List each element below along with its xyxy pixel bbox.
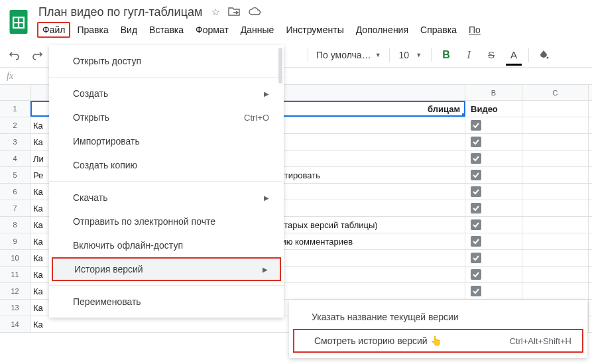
checkbox-icon[interactable] bbox=[471, 236, 481, 247]
menu-data[interactable]: Данные bbox=[235, 22, 280, 38]
menu-separator bbox=[49, 181, 284, 182]
submenu-arrow-icon: ▶ bbox=[263, 266, 268, 273]
menu-insert[interactable]: Вставка bbox=[144, 22, 189, 38]
cell[interactable] bbox=[522, 117, 589, 133]
checkbox-icon[interactable] bbox=[471, 219, 481, 230]
cell[interactable] bbox=[465, 250, 522, 266]
row-header[interactable]: 10 bbox=[0, 250, 30, 266]
menu-separator bbox=[49, 285, 284, 286]
row-header[interactable]: 14 bbox=[0, 316, 30, 332]
version-history-submenu: Указать название текущей версии Смотреть… bbox=[289, 300, 587, 358]
submenu-see-history[interactable]: Смотреть историю версий👆 Ctrl+Alt+Shift+… bbox=[293, 329, 583, 353]
font-family-select[interactable]: По умолча…▼ bbox=[314, 50, 384, 60]
column-header-c[interactable]: C bbox=[522, 85, 589, 100]
cell[interactable] bbox=[465, 200, 522, 216]
menu-help[interactable]: Справка bbox=[415, 22, 462, 38]
cell[interactable] bbox=[522, 101, 589, 117]
row-header[interactable]: 13 bbox=[0, 300, 30, 316]
cell[interactable] bbox=[522, 184, 589, 200]
cell[interactable] bbox=[522, 167, 589, 183]
cell[interactable] bbox=[465, 267, 522, 282]
file-menu-dropdown: Открыть доступ Создать▶ ОткрытьCtrl+O Им… bbox=[49, 45, 284, 318]
row-header[interactable]: 4 bbox=[0, 151, 30, 166]
checkbox-icon[interactable] bbox=[471, 286, 481, 296]
row-header[interactable]: 7 bbox=[0, 200, 30, 216]
row-header[interactable]: 6 bbox=[0, 184, 30, 200]
menu-email[interactable]: Отправить по электронной почте bbox=[49, 210, 284, 233]
row-header[interactable]: 11 bbox=[0, 267, 30, 282]
star-icon[interactable]: ☆ bbox=[211, 7, 220, 18]
submenu-arrow-icon: ▶ bbox=[264, 90, 269, 97]
submenu-name-version[interactable]: Указать название текущей версии bbox=[289, 305, 587, 329]
cell[interactable] bbox=[522, 250, 589, 266]
menu-open[interactable]: ОткрытьCtrl+O bbox=[49, 105, 284, 129]
menu-bar: Файл Правка Вид Вставка Формат Данные Ин… bbox=[34, 22, 486, 38]
row-header[interactable]: 5 bbox=[0, 167, 30, 183]
menu-view[interactable]: Вид bbox=[115, 22, 143, 38]
row-header[interactable]: 12 bbox=[0, 283, 30, 299]
row-header[interactable]: 2 bbox=[0, 117, 30, 133]
fill-color-button[interactable] bbox=[534, 46, 553, 64]
checkbox-icon[interactable] bbox=[471, 153, 481, 164]
checkbox-icon[interactable] bbox=[471, 253, 481, 263]
font-size-select[interactable]: 10▼ bbox=[395, 50, 426, 60]
doc-title[interactable]: План видео по гугл-таблицам bbox=[38, 5, 202, 19]
select-all-corner[interactable] bbox=[0, 85, 30, 100]
row-header[interactable]: 1 bbox=[0, 101, 30, 117]
menu-tools[interactable]: Инструменты bbox=[280, 22, 349, 38]
column-header-b[interactable]: B bbox=[465, 85, 522, 100]
menu-import[interactable]: Импортировать bbox=[49, 129, 284, 153]
cell[interactable] bbox=[465, 184, 522, 200]
checkbox-icon[interactable] bbox=[471, 120, 481, 131]
sheets-logo[interactable] bbox=[5, 4, 32, 40]
cell[interactable] bbox=[465, 283, 522, 299]
menu-last-edit[interactable]: По bbox=[463, 22, 486, 38]
cell[interactable] bbox=[522, 283, 589, 299]
cell[interactable] bbox=[522, 217, 589, 233]
checkbox-icon[interactable] bbox=[471, 203, 481, 213]
cell[interactable] bbox=[465, 217, 522, 233]
checkbox-icon[interactable] bbox=[471, 186, 481, 197]
menu-edit[interactable]: Правка bbox=[72, 22, 113, 38]
checkbox-icon[interactable] bbox=[471, 170, 481, 180]
row-header[interactable]: 9 bbox=[0, 233, 30, 249]
cell[interactable] bbox=[522, 267, 589, 282]
cell[interactable] bbox=[522, 151, 589, 166]
svg-point-4 bbox=[547, 56, 549, 58]
bold-button[interactable]: B bbox=[437, 46, 455, 64]
menu-addons[interactable]: Дополнения bbox=[351, 22, 414, 38]
cell[interactable] bbox=[465, 134, 522, 150]
menu-rename[interactable]: Переименовать bbox=[49, 290, 284, 314]
row-header[interactable]: 8 bbox=[0, 217, 30, 233]
menu-make-copy[interactable]: Создать копию bbox=[49, 153, 284, 177]
cell[interactable] bbox=[522, 200, 589, 216]
submenu-arrow-icon: ▶ bbox=[264, 194, 269, 202]
text-color-button[interactable]: A bbox=[504, 46, 523, 64]
cell[interactable] bbox=[465, 151, 522, 166]
menu-new[interactable]: Создать▶ bbox=[49, 82, 284, 105]
menu-version-history[interactable]: История версий▶ bbox=[52, 257, 281, 281]
cursor-pointer-icon: 👆 bbox=[430, 335, 442, 346]
italic-button[interactable]: I bbox=[459, 46, 478, 64]
checkbox-icon[interactable] bbox=[471, 137, 481, 147]
menu-download[interactable]: Скачать▶ bbox=[49, 186, 284, 210]
menu-offline[interactable]: Включить офлайн-доступ bbox=[49, 233, 284, 257]
move-icon[interactable] bbox=[228, 7, 240, 18]
menu-file[interactable]: Файл bbox=[37, 22, 70, 38]
undo-button[interactable] bbox=[5, 46, 24, 64]
checkbox-icon[interactable] bbox=[471, 269, 481, 280]
redo-button[interactable] bbox=[28, 46, 46, 64]
menu-separator bbox=[49, 77, 284, 78]
cell[interactable] bbox=[522, 134, 589, 150]
strikethrough-button[interactable]: S bbox=[482, 46, 501, 64]
cloud-icon[interactable] bbox=[248, 7, 261, 18]
cell[interactable] bbox=[465, 117, 522, 133]
cell[interactable] bbox=[522, 233, 589, 249]
cell[interactable] bbox=[465, 233, 522, 249]
menu-format[interactable]: Формат bbox=[190, 22, 234, 38]
menu-share[interactable]: Открыть доступ bbox=[49, 49, 284, 73]
cell[interactable]: Видео bbox=[465, 101, 522, 117]
cell[interactable] bbox=[465, 167, 522, 183]
row-header[interactable]: 3 bbox=[0, 134, 30, 150]
